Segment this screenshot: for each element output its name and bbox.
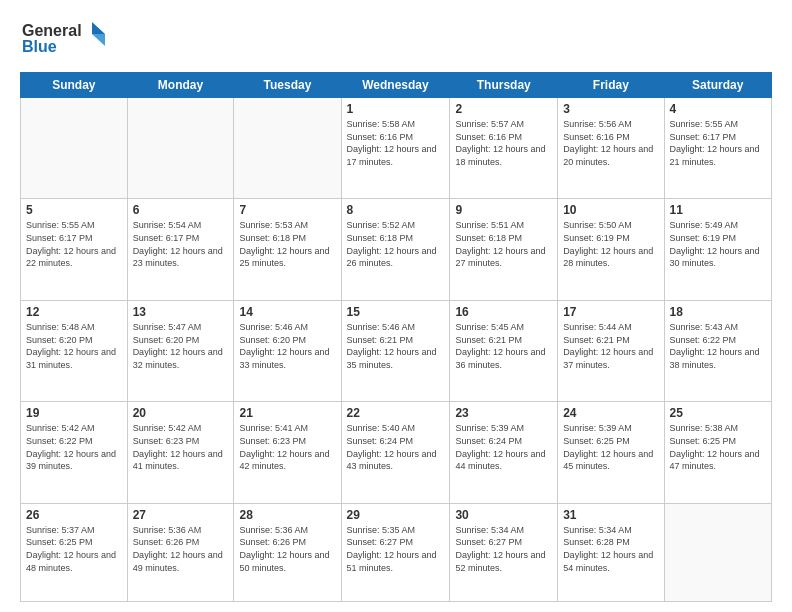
day-number: 23	[455, 406, 552, 420]
day-header-wednesday: Wednesday	[341, 73, 450, 98]
day-number: 18	[670, 305, 766, 319]
day-info: Sunrise: 5:36 AM Sunset: 6:26 PM Dayligh…	[239, 524, 335, 574]
day-header-tuesday: Tuesday	[234, 73, 341, 98]
day-number: 25	[670, 406, 766, 420]
day-info: Sunrise: 5:54 AM Sunset: 6:17 PM Dayligh…	[133, 219, 229, 269]
calendar-table: SundayMondayTuesdayWednesdayThursdayFrid…	[20, 72, 772, 602]
day-number: 12	[26, 305, 122, 319]
day-info: Sunrise: 5:56 AM Sunset: 6:16 PM Dayligh…	[563, 118, 658, 168]
day-number: 1	[347, 102, 445, 116]
day-number: 29	[347, 508, 445, 522]
week-row-4: 26Sunrise: 5:37 AM Sunset: 6:25 PM Dayli…	[21, 503, 772, 601]
day-info: Sunrise: 5:55 AM Sunset: 6:17 PM Dayligh…	[670, 118, 766, 168]
calendar-cell: 12Sunrise: 5:48 AM Sunset: 6:20 PM Dayli…	[21, 300, 128, 401]
calendar-cell: 29Sunrise: 5:35 AM Sunset: 6:27 PM Dayli…	[341, 503, 450, 601]
day-info: Sunrise: 5:47 AM Sunset: 6:20 PM Dayligh…	[133, 321, 229, 371]
day-number: 22	[347, 406, 445, 420]
calendar-cell: 23Sunrise: 5:39 AM Sunset: 6:24 PM Dayli…	[450, 402, 558, 503]
calendar-cell: 28Sunrise: 5:36 AM Sunset: 6:26 PM Dayli…	[234, 503, 341, 601]
day-number: 20	[133, 406, 229, 420]
calendar-cell: 7Sunrise: 5:53 AM Sunset: 6:18 PM Daylig…	[234, 199, 341, 300]
day-info: Sunrise: 5:49 AM Sunset: 6:19 PM Dayligh…	[670, 219, 766, 269]
calendar-cell	[664, 503, 771, 601]
day-info: Sunrise: 5:48 AM Sunset: 6:20 PM Dayligh…	[26, 321, 122, 371]
svg-text:Blue: Blue	[22, 38, 57, 55]
day-number: 13	[133, 305, 229, 319]
week-row-3: 19Sunrise: 5:42 AM Sunset: 6:22 PM Dayli…	[21, 402, 772, 503]
day-number: 26	[26, 508, 122, 522]
day-header-monday: Monday	[127, 73, 234, 98]
day-number: 2	[455, 102, 552, 116]
calendar-cell: 2Sunrise: 5:57 AM Sunset: 6:16 PM Daylig…	[450, 98, 558, 199]
calendar-cell	[234, 98, 341, 199]
day-header-friday: Friday	[558, 73, 664, 98]
day-info: Sunrise: 5:44 AM Sunset: 6:21 PM Dayligh…	[563, 321, 658, 371]
day-info: Sunrise: 5:46 AM Sunset: 6:21 PM Dayligh…	[347, 321, 445, 371]
day-info: Sunrise: 5:46 AM Sunset: 6:20 PM Dayligh…	[239, 321, 335, 371]
day-number: 6	[133, 203, 229, 217]
day-info: Sunrise: 5:43 AM Sunset: 6:22 PM Dayligh…	[670, 321, 766, 371]
day-number: 16	[455, 305, 552, 319]
calendar-cell	[127, 98, 234, 199]
day-info: Sunrise: 5:52 AM Sunset: 6:18 PM Dayligh…	[347, 219, 445, 269]
week-row-1: 5Sunrise: 5:55 AM Sunset: 6:17 PM Daylig…	[21, 199, 772, 300]
day-number: 27	[133, 508, 229, 522]
week-row-0: 1Sunrise: 5:58 AM Sunset: 6:16 PM Daylig…	[21, 98, 772, 199]
page: General Blue SundayMondayTuesdayWednesda…	[0, 0, 792, 612]
calendar-cell: 4Sunrise: 5:55 AM Sunset: 6:17 PM Daylig…	[664, 98, 771, 199]
calendar-cell: 6Sunrise: 5:54 AM Sunset: 6:17 PM Daylig…	[127, 199, 234, 300]
day-header-thursday: Thursday	[450, 73, 558, 98]
calendar-cell: 24Sunrise: 5:39 AM Sunset: 6:25 PM Dayli…	[558, 402, 664, 503]
logo-text: General Blue	[20, 18, 110, 62]
day-info: Sunrise: 5:40 AM Sunset: 6:24 PM Dayligh…	[347, 422, 445, 472]
day-number: 15	[347, 305, 445, 319]
calendar-cell: 16Sunrise: 5:45 AM Sunset: 6:21 PM Dayli…	[450, 300, 558, 401]
calendar-cell: 9Sunrise: 5:51 AM Sunset: 6:18 PM Daylig…	[450, 199, 558, 300]
day-info: Sunrise: 5:53 AM Sunset: 6:18 PM Dayligh…	[239, 219, 335, 269]
day-number: 28	[239, 508, 335, 522]
svg-marker-2	[92, 22, 105, 34]
day-number: 8	[347, 203, 445, 217]
calendar-cell: 30Sunrise: 5:34 AM Sunset: 6:27 PM Dayli…	[450, 503, 558, 601]
day-info: Sunrise: 5:42 AM Sunset: 6:23 PM Dayligh…	[133, 422, 229, 472]
day-info: Sunrise: 5:39 AM Sunset: 6:24 PM Dayligh…	[455, 422, 552, 472]
day-header-saturday: Saturday	[664, 73, 771, 98]
svg-text:General: General	[22, 22, 82, 39]
calendar-cell: 19Sunrise: 5:42 AM Sunset: 6:22 PM Dayli…	[21, 402, 128, 503]
day-number: 30	[455, 508, 552, 522]
calendar-cell: 27Sunrise: 5:36 AM Sunset: 6:26 PM Dayli…	[127, 503, 234, 601]
day-info: Sunrise: 5:35 AM Sunset: 6:27 PM Dayligh…	[347, 524, 445, 574]
day-number: 17	[563, 305, 658, 319]
day-number: 4	[670, 102, 766, 116]
calendar-cell: 17Sunrise: 5:44 AM Sunset: 6:21 PM Dayli…	[558, 300, 664, 401]
day-info: Sunrise: 5:42 AM Sunset: 6:22 PM Dayligh…	[26, 422, 122, 472]
day-number: 5	[26, 203, 122, 217]
calendar-cell	[21, 98, 128, 199]
calendar-cell: 26Sunrise: 5:37 AM Sunset: 6:25 PM Dayli…	[21, 503, 128, 601]
calendar-cell: 10Sunrise: 5:50 AM Sunset: 6:19 PM Dayli…	[558, 199, 664, 300]
day-number: 3	[563, 102, 658, 116]
calendar-cell: 22Sunrise: 5:40 AM Sunset: 6:24 PM Dayli…	[341, 402, 450, 503]
days-header-row: SundayMondayTuesdayWednesdayThursdayFrid…	[21, 73, 772, 98]
day-info: Sunrise: 5:37 AM Sunset: 6:25 PM Dayligh…	[26, 524, 122, 574]
day-number: 14	[239, 305, 335, 319]
calendar-cell: 11Sunrise: 5:49 AM Sunset: 6:19 PM Dayli…	[664, 199, 771, 300]
day-number: 7	[239, 203, 335, 217]
day-info: Sunrise: 5:39 AM Sunset: 6:25 PM Dayligh…	[563, 422, 658, 472]
logo: General Blue	[20, 18, 110, 62]
week-row-2: 12Sunrise: 5:48 AM Sunset: 6:20 PM Dayli…	[21, 300, 772, 401]
day-number: 11	[670, 203, 766, 217]
calendar-cell: 20Sunrise: 5:42 AM Sunset: 6:23 PM Dayli…	[127, 402, 234, 503]
calendar-cell: 25Sunrise: 5:38 AM Sunset: 6:25 PM Dayli…	[664, 402, 771, 503]
calendar-cell: 15Sunrise: 5:46 AM Sunset: 6:21 PM Dayli…	[341, 300, 450, 401]
calendar-cell: 18Sunrise: 5:43 AM Sunset: 6:22 PM Dayli…	[664, 300, 771, 401]
calendar-cell: 8Sunrise: 5:52 AM Sunset: 6:18 PM Daylig…	[341, 199, 450, 300]
calendar-cell: 3Sunrise: 5:56 AM Sunset: 6:16 PM Daylig…	[558, 98, 664, 199]
day-number: 10	[563, 203, 658, 217]
day-number: 24	[563, 406, 658, 420]
day-number: 9	[455, 203, 552, 217]
day-number: 19	[26, 406, 122, 420]
day-header-sunday: Sunday	[21, 73, 128, 98]
day-info: Sunrise: 5:57 AM Sunset: 6:16 PM Dayligh…	[455, 118, 552, 168]
calendar-cell: 21Sunrise: 5:41 AM Sunset: 6:23 PM Dayli…	[234, 402, 341, 503]
